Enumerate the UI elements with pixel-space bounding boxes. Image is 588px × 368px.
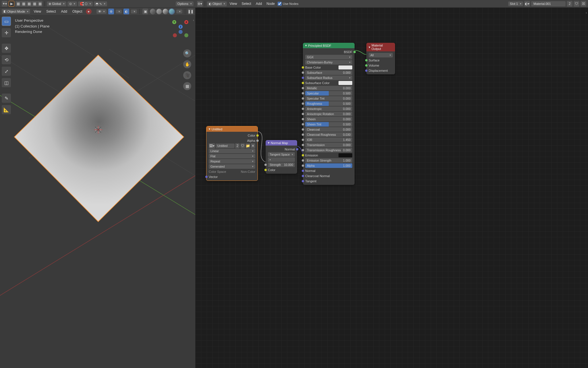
gizmo-dropdown[interactable] (116, 9, 122, 13)
sss-method-dropdown[interactable]: Christensen-Burley (305, 60, 352, 65)
node-normal-map[interactable]: ▾ Normal Map Normal Tangent Space • Stre… (266, 140, 297, 174)
uvmap-field[interactable]: • (268, 157, 295, 162)
viewport-header-2: ◧Object Mode View Select Add Object ● 👁 … (0, 7, 195, 15)
bsdf-input-anisotropic-rotation[interactable]: Anisotropic Rotation0.000 (303, 111, 355, 117)
node-menu-select[interactable]: Select (240, 1, 253, 6)
proportional-dropdown[interactable]: ◓ ∿ (94, 1, 107, 6)
output-target-dropdown[interactable]: All (369, 53, 393, 57)
bsdf-input-clearcoat[interactable]: Clearcoat0.000 (303, 127, 355, 132)
bsdf-input-clearcoat-roughness[interactable]: Clearcoat Roughness0.030 (303, 132, 355, 137)
tool-select[interactable]: ▭ (2, 17, 11, 26)
select-mode-group[interactable]: ▦ ▦ ▦ ▦ ▦ (16, 1, 42, 7)
collapse-handle-node-icon[interactable]: ‹ (586, 11, 587, 14)
viewport-3d[interactable]: ▭ ✛ ✥ ⟲ ⤢ ◫ ✎ 📐 User Perspective (1) Col… (0, 15, 195, 368)
bsdf-input-subsurface-radius[interactable]: Subsurface Radius (303, 75, 355, 80)
tool-annotate[interactable]: ✎ (2, 94, 11, 103)
node-principled-bsdf[interactable]: ▾ Principled BSDF BSDF GGX Christensen-B… (303, 43, 355, 185)
fake-user-small-icon[interactable]: 🛡 (240, 143, 245, 148)
mode-dropdown[interactable]: ◧Object Mode (2, 9, 30, 14)
menu-view[interactable]: View (32, 9, 43, 14)
editor-type-node-icon[interactable]: ⊚▾ (197, 1, 203, 7)
toolbar: ▭ ✛ ✥ ⟲ ⤢ ◫ ✎ 📐 (2, 17, 11, 114)
fake-user-icon[interactable]: 🛡 (574, 1, 579, 7)
bsdf-input-sheen-tint[interactable]: Sheen Tint0.500 (303, 122, 355, 127)
tool-scale[interactable]: ⤢ (2, 67, 11, 76)
bsdf-input-emission[interactable]: Emission (303, 153, 355, 158)
bsdf-input-sheen[interactable]: Sheen0.000 (303, 117, 355, 122)
node-menu-view[interactable]: View (228, 1, 239, 6)
viewport-overlay-text: User Perspective (1) Collection | Plane … (15, 18, 49, 35)
image-name-field[interactable]: Untitled (216, 144, 235, 148)
overlay-toggle-icon[interactable]: ◐ (123, 9, 129, 14)
material-browse-icon[interactable]: ◐▾ (524, 1, 530, 7)
slot-dropdown[interactable]: Slot 1 (508, 1, 523, 6)
orientation-dropdown[interactable]: ⊕Global (47, 1, 66, 6)
bsdf-input-specular-tint[interactable]: Specular Tint0.000 (303, 96, 355, 101)
bsdf-input-emission-strength[interactable]: Emission Strength1.000 (303, 158, 355, 163)
pivot-dropdown[interactable]: ⊙ (67, 1, 77, 6)
node-material-output[interactable]: ▾ Material Output All Surface Volume Dis… (366, 43, 395, 74)
tool-cursor[interactable]: ✛ (2, 28, 11, 37)
zoom-icon[interactable]: 🔍 (183, 49, 191, 57)
pan-icon[interactable]: ✋ (183, 60, 191, 68)
node-menu-add[interactable]: Add (254, 1, 264, 6)
bsdf-input-transmission-roughness[interactable]: Transmission Roughness0.000 (303, 148, 355, 153)
camera-icon[interactable]: 🎥 (183, 71, 191, 79)
node-editor-canvas[interactable]: ‹ ▾ Untitled Color Alpha 🖼▾ Untitled 2 🛡… (195, 7, 588, 368)
node-image-texture[interactable]: ▾ Untitled Color Alpha 🖼▾ Untitled 2 🛡 📁… (206, 126, 258, 181)
nav-gizmo[interactable]: X Y Z (172, 18, 190, 36)
projection-dropdown[interactable]: Flat (209, 154, 255, 158)
shading-dropdown[interactable] (176, 9, 182, 13)
tool-move[interactable]: ✥ (2, 44, 11, 53)
bsdf-input-clearcoat-normal[interactable]: Clearcoat Normal (303, 173, 355, 179)
bsdf-input-ior[interactable]: IOR1.450 (303, 137, 355, 142)
bsdf-input-subsurface[interactable]: Subsurface0.000 (303, 70, 355, 75)
bsdf-input-subsurface-color[interactable]: Subsurface Color (303, 80, 355, 86)
extension-dropdown[interactable]: Repeat (209, 159, 255, 164)
menu-select[interactable]: Select (45, 9, 57, 14)
cursor-tool-icon[interactable]: ▶ (9, 1, 14, 7)
tool-rotate[interactable]: ⟲ (2, 55, 11, 64)
collapse-handle-icon[interactable]: ‹ (193, 18, 194, 22)
options-dropdown[interactable]: Options (176, 1, 194, 6)
source-dropdown[interactable]: Generated (209, 164, 255, 169)
bsdf-input-anisotropic[interactable]: Anisotropic0.000 (303, 106, 355, 111)
material-name-input[interactable] (531, 1, 566, 6)
bsdf-input-metallic[interactable]: Metallic0.000 (303, 86, 355, 91)
editor-type-icon[interactable]: ✦▾ (2, 1, 7, 7)
bsdf-input-tangent[interactable]: Tangent (303, 179, 355, 184)
gizmo-toggle-icon[interactable]: ⊕ (108, 9, 114, 14)
bsdf-input-roughness[interactable]: Roughness0.500 (303, 101, 355, 106)
menu-add[interactable]: Add (59, 9, 69, 14)
shading-modes[interactable] (150, 9, 175, 14)
unlink-icon[interactable]: ✕ (251, 143, 255, 148)
distribution-dropdown[interactable]: GGX (305, 55, 352, 59)
xray-icon[interactable]: ▣ (142, 9, 148, 14)
use-nodes-checkbox[interactable]: Use Nodes (278, 2, 298, 6)
record-icon[interactable]: ● (86, 9, 92, 14)
overlay-dropdown[interactable] (131, 9, 137, 13)
open-file-icon[interactable]: 📁 (245, 143, 250, 148)
bsdf-input-transmission[interactable]: Transmission0.000 (303, 142, 355, 148)
new-material-icon[interactable]: ☒ (581, 1, 586, 7)
data-type-dropdown[interactable]: ◐Object (207, 1, 227, 6)
bsdf-input-normal[interactable]: Normal (303, 168, 355, 173)
strength-slider[interactable]: Strength10.000 (268, 162, 295, 167)
menu-object[interactable]: Object (71, 9, 84, 14)
image-browse-icon[interactable]: 🖼▾ (209, 143, 215, 148)
ortho-icon[interactable]: ▦ (183, 82, 191, 90)
bsdf-input-specular[interactable]: Specular0.500 (303, 91, 355, 96)
pause-render-icon[interactable]: ❚❚ (188, 9, 194, 14)
normal-space-dropdown[interactable]: Tangent Space (268, 152, 295, 157)
image-users-button[interactable]: 2 (235, 143, 240, 148)
interpolation-dropdown[interactable]: Linear (209, 149, 255, 153)
bsdf-input-base-color[interactable]: Base Color (303, 65, 355, 70)
viewport-panel: ✦▾ ▶ ▦ ▦ ▦ ▦ ▦ ⊕Global ⊙ 🧲 ⬡ ◓ ∿ Options… (0, 0, 195, 368)
snap-dropdown[interactable]: 🧲 ⬡ (78, 1, 93, 6)
visibility-dropdown[interactable]: 👁 (96, 9, 107, 14)
tool-measure[interactable]: 📐 (2, 105, 11, 114)
tool-transform[interactable]: ◫ (2, 78, 11, 87)
node-menu-node[interactable]: Node (265, 1, 276, 6)
material-users-button[interactable]: 2 (567, 1, 572, 7)
bsdf-input-alpha[interactable]: Alpha1.000 (303, 163, 355, 168)
